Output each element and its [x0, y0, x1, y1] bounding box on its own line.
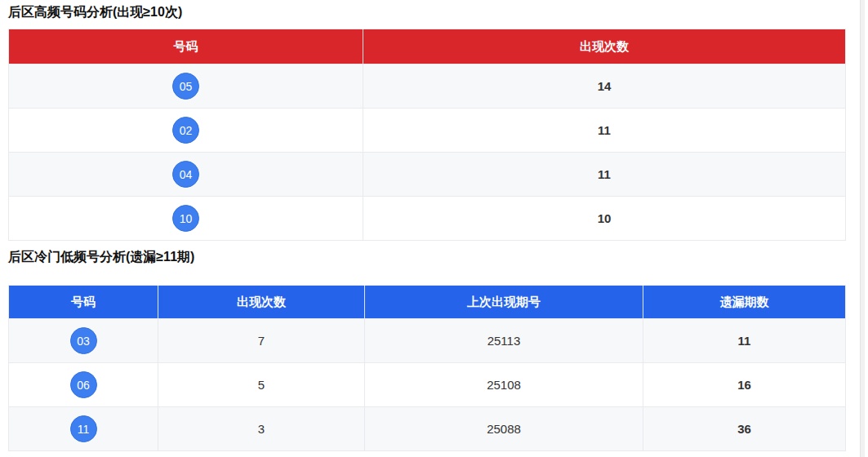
scrollbar-track[interactable]: [860, 0, 865, 457]
number-ball: 11: [70, 415, 97, 442]
cold-col-header-count: 出现次数: [158, 286, 365, 319]
cold-col-header-omission: 遗漏期数: [643, 286, 846, 319]
cold-table: 号码 出现次数 上次出现期号 遗漏期数 03 7 25113 11 06 5 2…: [8, 285, 846, 451]
count-cell: 14: [363, 64, 846, 109]
number-cell: 05: [9, 64, 363, 109]
table-row: 06 5 25108 16: [9, 363, 846, 407]
freq-table: 号码 出现次数 05 14 02 11 04 11 10: [8, 29, 846, 241]
content-area: 后区高频号码分析(出现≥10次) 号码 出现次数 05 14 02 11: [0, 0, 868, 451]
count-cell: 7: [158, 319, 365, 363]
omission-cell: 11: [643, 319, 846, 363]
omission-cell: 16: [643, 363, 846, 407]
number-cell: 06: [9, 363, 158, 407]
last-issue-cell: 25088: [365, 407, 643, 451]
cold-table-title: 后区冷门低频号分析(遗漏≥11期): [8, 249, 845, 265]
number-cell: 04: [9, 153, 363, 197]
last-issue-cell: 25108: [365, 363, 643, 407]
number-ball: 02: [172, 117, 199, 144]
number-ball: 04: [172, 161, 199, 188]
number-cell: 02: [9, 109, 363, 153]
omission-cell: 36: [643, 407, 846, 451]
freq-table-title: 后区高频号码分析(出现≥10次): [8, 4, 845, 20]
count-cell: 5: [158, 363, 365, 407]
count-cell: 11: [363, 109, 846, 153]
number-ball: 05: [172, 73, 199, 100]
number-ball: 03: [70, 327, 97, 354]
table-row: 11 3 25088 36: [9, 407, 846, 451]
table-row: 04 11: [9, 153, 846, 197]
cold-col-header-number: 号码: [9, 286, 158, 319]
count-cell: 3: [158, 407, 365, 451]
freq-table-header-row: 号码 出现次数: [9, 29, 846, 64]
table-row: 05 14: [9, 64, 846, 109]
freq-col-header-count: 出现次数: [363, 29, 846, 64]
table-row: 02 11: [9, 109, 846, 153]
freq-col-header-number: 号码: [9, 29, 363, 64]
number-ball: 10: [172, 205, 199, 232]
count-cell: 11: [363, 153, 846, 197]
cold-table-header-row: 号码 出现次数 上次出现期号 遗漏期数: [9, 286, 846, 319]
number-cell: 11: [9, 407, 158, 451]
number-cell: 10: [9, 197, 363, 241]
last-issue-cell: 25113: [365, 319, 643, 363]
number-cell: 03: [9, 319, 158, 363]
table-row: 10 10: [9, 197, 846, 241]
count-cell: 10: [363, 197, 846, 241]
number-ball: 06: [70, 371, 97, 398]
page: 后区高频号码分析(出现≥10次) 号码 出现次数 05 14 02 11: [0, 0, 868, 457]
cold-col-header-last-issue: 上次出现期号: [365, 286, 643, 319]
table-row: 03 7 25113 11: [9, 319, 846, 363]
